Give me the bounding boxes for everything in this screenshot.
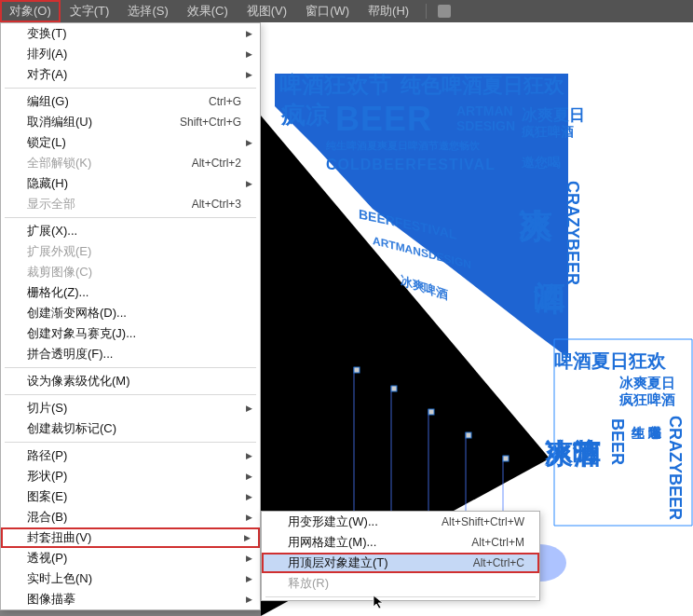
menu-help[interactable]: 帮助(H): [359, 0, 418, 22]
svg-text:COLDBEERFESTIVAL: COLDBEERFESTIVAL: [326, 157, 496, 172]
menu-object[interactable]: 对象(O): [0, 0, 61, 22]
svg-text:疯凉: 疯凉: [280, 101, 330, 129]
svg-rect-37: [503, 456, 509, 461]
menu-arrange[interactable]: 排列(A): [1, 44, 260, 64]
svg-rect-33: [354, 367, 360, 373]
svg-text:SDESIGN: SDESIGN: [456, 118, 515, 133]
separator: [5, 442, 256, 443]
menu-image-trace[interactable]: 图像描摹: [1, 589, 260, 609]
menu-crop-image: 裁剪图像(C): [1, 262, 260, 282]
menu-lock[interactable]: 锁定(L): [1, 132, 260, 153]
menu-crop-marks[interactable]: 创建裁切标记(C): [1, 418, 260, 439]
menubar-icon[interactable]: [438, 5, 451, 18]
svg-text:疯狂啤酒: 疯狂啤酒: [521, 124, 574, 139]
svg-text:BEER: BEER: [608, 418, 627, 465]
svg-text:啤酒节: 啤酒节: [573, 439, 602, 468]
svg-text:冰爽夏日: 冰爽夏日: [619, 375, 675, 390]
separator: [5, 367, 256, 368]
svg-text:冰爽: 冰爽: [544, 439, 574, 468]
menu-show-all: 显示全部Alt+Ctrl+3: [1, 194, 260, 214]
svg-text:邀您喝: 邀您喝: [646, 426, 661, 440]
submenu-make-mesh[interactable]: 用网格建立(M)...Alt+Ctrl+M: [262, 532, 539, 553]
separator: [5, 394, 256, 395]
object-dropdown: 变换(T) 排列(A) 对齐(A) 编组(G)Ctrl+G 取消编组(U)Shi…: [0, 22, 261, 610]
menu-envelope-distort[interactable]: 封套扭曲(V): [1, 527, 260, 548]
menu-select[interactable]: 选择(S): [118, 0, 177, 22]
menu-flatten-transparency[interactable]: 拼合透明度(F)...: [1, 344, 260, 364]
svg-rect-35: [428, 409, 434, 415]
menu-type[interactable]: 文字(T): [61, 0, 119, 22]
submenu-make-warp[interactable]: 用变形建立(W)...Alt+Shift+Ctrl+W: [262, 512, 539, 532]
separator: [5, 217, 256, 218]
menu-rasterize[interactable]: 栅格化(Z)...: [1, 282, 260, 303]
menu-view[interactable]: 视图(V): [238, 0, 296, 22]
svg-rect-36: [466, 432, 471, 438]
submenu-make-top-object[interactable]: 用顶层对象建立(T)Alt+Ctrl+C: [262, 553, 539, 573]
menu-slice[interactable]: 切片(S): [1, 398, 260, 418]
menubar-icons: [438, 5, 451, 18]
menu-hide[interactable]: 隐藏(H): [1, 173, 260, 194]
menubar-divider: [426, 4, 427, 19]
menu-perspective[interactable]: 透视(P): [1, 548, 260, 568]
menu-gradient-mesh[interactable]: 创建渐变网格(D)...: [1, 303, 260, 323]
menu-expand[interactable]: 扩展(X)...: [1, 221, 260, 241]
svg-text:纯色啤酒夏日狂欢: 纯色啤酒夏日狂欢: [400, 74, 565, 97]
menu-blend[interactable]: 混合(B): [1, 507, 260, 527]
menu-window[interactable]: 窗口(W): [296, 0, 359, 22]
menubar: 对象(O) 文字(T) 选择(S) 效果(C) 视图(V) 窗口(W) 帮助(H…: [0, 0, 693, 22]
svg-text:纯生啤酒夏爽夏日啤酒节邀您畅饮: 纯生啤酒夏爽夏日啤酒节邀您畅饮: [325, 140, 481, 152]
svg-text:疯狂啤酒: 疯狂啤酒: [618, 391, 675, 407]
menu-ungroup[interactable]: 取消编组(U)Shift+Ctrl+G: [1, 112, 260, 132]
menu-expand-appearance: 扩展外观(E): [1, 241, 260, 262]
svg-text:纯生: 纯生: [631, 426, 645, 440]
separator: [265, 596, 536, 597]
svg-text:冰爽夏日: 冰爽夏日: [522, 106, 585, 124]
menu-transform[interactable]: 变换(T): [1, 23, 260, 44]
menu-live-paint[interactable]: 实时上色(N): [1, 568, 260, 589]
menu-pattern[interactable]: 图案(E): [1, 486, 260, 507]
svg-text:CRAZYBEER: CRAZYBEER: [564, 181, 582, 285]
menu-shape[interactable]: 形状(P): [1, 466, 260, 486]
menu-pixel-perfect[interactable]: 设为像素级优化(M): [1, 371, 260, 391]
menu-object-mosaic[interactable]: 创建对象马赛克(J)...: [1, 323, 260, 344]
submenu-release: 释放(R): [262, 573, 539, 594]
menu-path[interactable]: 路径(P): [1, 445, 260, 466]
envelope-submenu: 用变形建立(W)...Alt+Shift+Ctrl+W 用网格建立(M)...A…: [261, 511, 540, 601]
menu-group[interactable]: 编组(G)Ctrl+G: [1, 91, 260, 112]
separator: [5, 88, 256, 89]
svg-rect-34: [391, 386, 397, 391]
svg-text:BEER: BEER: [335, 100, 432, 138]
menu-align[interactable]: 对齐(A): [1, 64, 260, 85]
svg-text:CRAZYBEER: CRAZYBEER: [666, 416, 685, 520]
cursor-pointer-icon: [373, 595, 387, 612]
svg-text:啤酒夏日狂欢: 啤酒夏日狂欢: [554, 350, 667, 371]
menu-effect[interactable]: 效果(C): [178, 0, 238, 22]
svg-text:邀您喝: 邀您喝: [521, 155, 561, 170]
svg-text:啤酒狂欢节: 啤酒狂欢节: [279, 72, 391, 97]
menu-unlock-all: 全部解锁(K)Alt+Ctrl+2: [1, 153, 260, 173]
svg-text:ARTMAN: ARTMAN: [456, 103, 513, 118]
